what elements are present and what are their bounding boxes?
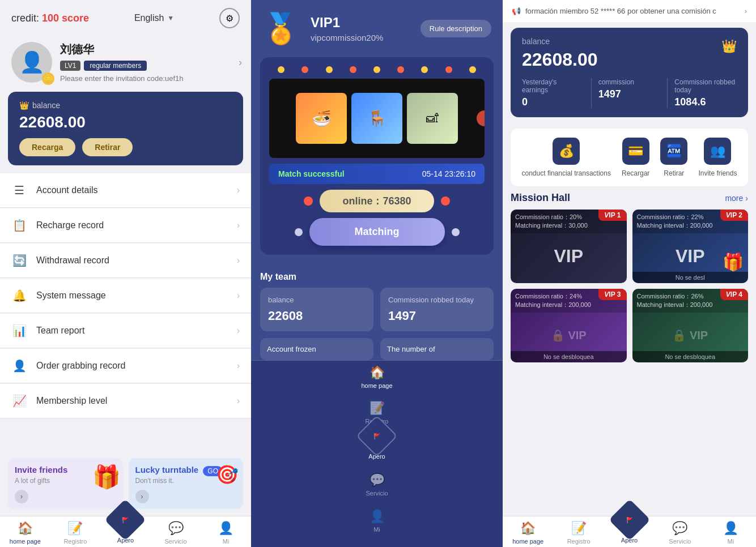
menu-item-account[interactable]: ☰ Account details ›	[0, 173, 251, 208]
retirar-icon: 🏧	[660, 138, 687, 165]
mission-header: Mission Hall more ›	[511, 192, 748, 204]
menu-item-orders[interactable]: 👤 Order grabbing record ›	[0, 349, 251, 383]
slot-dot	[373, 66, 380, 73]
chevron-right-icon: ›	[237, 396, 240, 406]
number-card: The number of	[380, 338, 494, 360]
registro-icon: 📝	[67, 521, 83, 536]
my-team-label: My team	[251, 260, 503, 288]
menu-item-system[interactable]: 🔔 System message ›	[0, 279, 251, 313]
ticker-bar: 📢 formación miembro 52 ***** 66 por obte…	[503, 0, 756, 22]
action-financial[interactable]: 💰 conduct financial transactions	[522, 138, 611, 177]
withdraw-button[interactable]: Retirar	[82, 138, 133, 156]
promo-arrow-icon[interactable]: ›	[15, 490, 28, 503]
rule-description-button[interactable]: Rule description	[421, 20, 491, 37]
nav-apero[interactable]: 🚩 Apero	[251, 437, 503, 473]
language-selector[interactable]: English ▼	[134, 13, 174, 23]
nav-apero[interactable]: 🚩 Apero	[604, 521, 655, 545]
orders-icon: 👤	[11, 359, 27, 373]
vip-badge-1: VIP 1	[598, 210, 626, 221]
chevron-right-icon: ›	[237, 185, 240, 195]
home-icon: 🏠	[520, 521, 536, 536]
nav-mi[interactable]: 👤 Mi	[251, 509, 503, 545]
stat-divider	[591, 78, 592, 108]
invite-friends-promo[interactable]: Invite friends A lot of gifts › 🎁	[8, 458, 123, 509]
menu-item-team[interactable]: 📊 Team report ›	[0, 314, 251, 348]
right-bottom-nav: 🏠 home page 📝 Registro 🚩 Apero 💬 Servici…	[503, 516, 756, 547]
financial-icon: 💰	[553, 138, 580, 165]
lucky-turntable-promo[interactable]: Lucky turntable Don't miss it. › GO 🎯	[129, 458, 244, 509]
avatar-coin: 🪙	[42, 72, 54, 85]
recargar-icon: 💳	[622, 138, 649, 165]
action-recargar[interactable]: 💳 Recargar	[622, 138, 649, 177]
vip-grid: Commission ratio：20% Matching interval：3…	[511, 210, 748, 362]
nav-apero[interactable]: 🚩 Apero	[100, 521, 151, 545]
promo-arrow-icon[interactable]: ›	[135, 490, 149, 503]
nav-servicio[interactable]: 💬 Servicio	[251, 473, 503, 508]
nav-servicio[interactable]: 💬 Servicio	[151, 521, 201, 545]
recharge-button[interactable]: Recarga	[19, 138, 75, 156]
chevron-right-icon: ›	[745, 194, 748, 203]
servicio-icon: 💬	[672, 521, 687, 536]
slot-dot	[445, 66, 452, 73]
right-balance-card: balance 22608.00 👑 Yesterday's earnings …	[511, 28, 748, 117]
level-badge: LV1	[60, 61, 80, 71]
settings-button[interactable]: ⚙	[219, 8, 240, 28]
slot-trigger-button[interactable]	[477, 110, 485, 126]
gift-icon: 🎁	[723, 252, 744, 272]
vip-card-3[interactable]: Commission ratio：24% Matching interval：2…	[511, 289, 627, 362]
vip-card-2[interactable]: Commission ratio：22% Matching interval：2…	[632, 210, 749, 283]
registro-icon: 📝	[369, 401, 385, 416]
yesterday-stat: Yesterday's earnings 0	[522, 78, 584, 108]
invite-text: Please enter the invitation code:uef1h	[60, 74, 240, 83]
bottom-nav: 🏠 home page 📝 Registro 🚩 Apero 💬 Servici…	[0, 516, 251, 547]
match-success-label: Match successful	[278, 169, 345, 178]
mission-more-button[interactable]: more ›	[725, 194, 748, 203]
avatar: 👤 🪙	[11, 42, 52, 83]
account-icon: ☰	[11, 183, 27, 197]
lock-overlay-3: No se desbloquea	[511, 351, 627, 362]
ticker-text: formación miembro 52 ***** 66 por obtene…	[525, 7, 740, 15]
home-icon: 🏠	[369, 365, 385, 380]
team-balance-card: balance 22608	[260, 288, 373, 331]
vip-card-4[interactable]: Commission ratio：26% Matching interval：2…	[632, 289, 749, 362]
nav-home[interactable]: 🏠 home page	[0, 521, 50, 545]
home-icon: 🏠	[18, 521, 33, 536]
middle-bottom-nav: 🏠 home page 📝 Registro 🚩 Apero 💬 Servici…	[251, 360, 503, 547]
credit-label: credit: 100 score	[11, 12, 89, 24]
credit-score: 100 score	[42, 12, 89, 24]
slot-dot	[421, 66, 428, 73]
nav-registro[interactable]: 📝 Registro	[50, 521, 101, 545]
medal-icon: 🏅	[262, 11, 299, 46]
action-invite[interactable]: 👥 Invite friends	[698, 138, 737, 177]
menu-item-withdrawal[interactable]: 🔄 Withdrawal record ›	[0, 243, 251, 278]
robbed-stat: Commission robbed today 1084.6	[674, 78, 737, 108]
slot-display: 🍜 🪑 🛋	[269, 79, 485, 158]
vip-body-1: VIP	[511, 233, 627, 279]
vip-card-1[interactable]: Commission ratio：20% Matching interval：3…	[511, 210, 627, 283]
invite-icon: 👥	[704, 138, 731, 165]
slot-dot	[278, 66, 284, 73]
action-retirar[interactable]: 🏧 Retirar	[660, 138, 687, 177]
vip-info: VIP1 vipcommission20%	[311, 15, 383, 42]
nav-home[interactable]: 🏠 home page	[251, 365, 503, 401]
mi-icon: 👤	[369, 509, 385, 524]
vip-badge-4: VIP 4	[720, 289, 748, 300]
balance-buttons: Recarga Retirar	[19, 138, 232, 156]
user-info: 刘德华 LV1 regular members Please enter the…	[60, 42, 240, 83]
chevron-right-icon[interactable]: ›	[239, 57, 242, 69]
balance-amount: 22608.00	[522, 49, 737, 70]
product-1: 🍜	[296, 93, 347, 144]
lock-overlay-2: No se desl	[632, 272, 749, 283]
chevron-right-icon: ›	[237, 255, 240, 266]
nav-mi[interactable]: 👤 Mi	[706, 521, 756, 545]
nav-home[interactable]: 🏠 home page	[503, 521, 553, 545]
menu-item-recharge[interactable]: 📋 Recharge record ›	[0, 208, 251, 243]
nav-servicio[interactable]: 💬 Servicio	[655, 521, 705, 545]
product-3: 🛋	[407, 93, 458, 144]
matching-button[interactable]: Matching	[309, 218, 445, 246]
balance-amount: 22608.00	[19, 113, 232, 131]
nav-registro[interactable]: 📝 Registro	[553, 521, 604, 545]
nav-mi[interactable]: 👤 Mi	[201, 521, 251, 545]
menu-item-membership[interactable]: 📈 Membership level ›	[0, 384, 251, 418]
top-bar: credit: 100 score English ▼ ⚙	[0, 0, 251, 36]
